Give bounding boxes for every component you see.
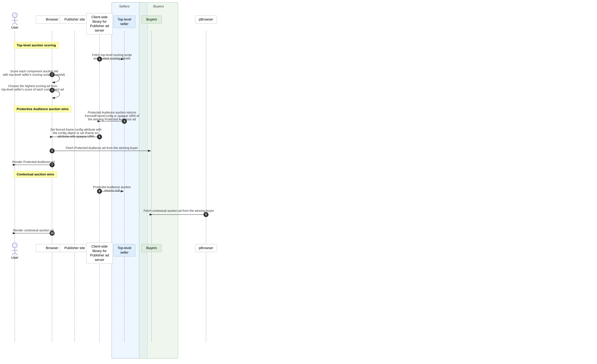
user-actor-top: User: [8, 12, 21, 30]
svg-line-62: [12, 23, 15, 25]
svg-text:Set fenced frame config attrib: Set fenced frame config attribute with: [50, 128, 102, 131]
user-label-bottom: User: [8, 256, 21, 260]
svg-text:2: 2: [51, 73, 53, 76]
svg-point-59: [12, 13, 17, 18]
svg-text:10: 10: [51, 232, 54, 235]
publisher-label-top: Publisher site: [64, 17, 85, 21]
buyers-actor-bottom: Buyers: [141, 244, 162, 252]
section-ctx-wins-label: Contextual auction wins: [17, 173, 54, 176]
svg-point-50: [204, 212, 208, 217]
diagram-container: Sellers Buyers 1 Fetch top-level scoring…: [0, 0, 597, 364]
buyers-actor-top: Buyers: [141, 16, 162, 24]
svg-point-41: [50, 162, 55, 167]
svg-text:Fetch top-level scoring script: Fetch top-level scoring script: [92, 53, 132, 57]
topseller-actor-top: Top-level seller: [113, 16, 135, 28]
clientlib-label-top: Client-side library forPublisher ad serv…: [90, 15, 109, 32]
buyers-label-bottom: Buyers: [146, 246, 157, 250]
svg-point-64: [12, 243, 17, 248]
svg-text:4: 4: [124, 120, 125, 123]
pbrowser-actor-top: pBrowser: [195, 16, 217, 24]
pbrowser-actor-bottom: pBrowser: [195, 244, 217, 252]
svg-text:Choose the highest scoring ad : Choose the highest scoring ad from: [8, 84, 57, 88]
svg-text:Render Protected Audience ad: Render Protected Audience ad: [12, 160, 55, 164]
svg-point-20: [50, 88, 55, 93]
svg-point-45: [97, 189, 102, 194]
svg-text:Render contextual auction ad: Render contextual auction ad: [13, 229, 54, 232]
buyers-label-top: Buyers: [146, 17, 157, 21]
section-top-scoring-label: Top-level auction scoring: [17, 43, 56, 47]
svg-text:Buyers: Buyers: [153, 4, 164, 8]
publisher-actor-top: Publisher site: [60, 16, 89, 24]
browser-label-top: Browser: [46, 17, 58, 21]
svg-rect-0: [112, 2, 147, 358]
svg-point-16: [50, 72, 55, 77]
publisher-actor-bottom: Publisher site: [60, 244, 89, 252]
svg-text:returns null: returns null: [104, 189, 120, 192]
pbrowser-label-bottom: pBrowser: [199, 246, 213, 250]
topseller-label-bottom: Top-level seller: [118, 246, 131, 254]
section-ctx-wins: Contextual auction wins: [14, 171, 57, 178]
svg-text:FencedFrameConfig or opaque UR: FencedFrameConfig or opaque URN of: [85, 114, 139, 118]
svg-text:Protected Audience auction ret: Protected Audience auction returns: [88, 111, 136, 114]
user-actor-bottom: User: [8, 243, 21, 260]
svg-text:1: 1: [99, 57, 100, 61]
browser-label-bottom: Browser: [46, 246, 58, 250]
svg-line-67: [12, 253, 15, 255]
svg-text:7: 7: [51, 163, 53, 166]
section-pa-wins-label: Protective Audience auction wins: [17, 107, 69, 111]
svg-text:Score each component auction b: Score each component auction bid: [10, 70, 58, 73]
svg-text:9: 9: [205, 213, 207, 216]
svg-text:the config object or set ifram: the config object or set iframe src: [53, 131, 99, 135]
svg-text:Sellers: Sellers: [119, 4, 130, 8]
svg-text:top-level seller's score of ea: top-level seller's score of each compone…: [1, 88, 64, 91]
svg-point-54: [50, 231, 55, 236]
svg-line-63: [15, 23, 18, 25]
svg-point-25: [122, 119, 127, 124]
svg-point-31: [97, 134, 102, 139]
arrows-svg: Sellers Buyers 1 Fetch top-level scoring…: [0, 0, 597, 364]
svg-text:Protected Audience auction: Protected Audience auction: [93, 185, 131, 189]
topseller-actor-bottom: Top-level seller: [113, 244, 135, 256]
section-pa-wins: Protective Audience auction wins: [14, 106, 71, 112]
section-top-scoring: Top-level auction scoring: [14, 42, 59, 48]
svg-text:8: 8: [99, 190, 100, 193]
pbrowser-label-top: pBrowser: [199, 17, 213, 21]
svg-text:and trusted scoring signals: and trusted scoring signals: [94, 57, 130, 60]
svg-line-68: [15, 253, 18, 255]
clientlib-label-bottom: Client-side library forPublisher ad serv…: [90, 245, 109, 262]
svg-text:Fetch contextual auction ad fr: Fetch contextual auction ad from the win…: [144, 209, 214, 212]
clientlib-actor-top: Client-side library forPublisher ad serv…: [86, 13, 113, 34]
topseller-label-top: Top-level seller: [118, 17, 131, 26]
svg-point-37: [50, 148, 55, 153]
svg-text:5: 5: [99, 135, 100, 138]
svg-text:3: 3: [51, 89, 53, 92]
svg-text:the winning Protected Audience: the winning Protected Audience ad: [88, 118, 136, 121]
svg-text:Fetch Protected Audience ad fr: Fetch Protected Audience ad from the win…: [66, 146, 138, 150]
user-label-top: User: [8, 25, 21, 30]
svg-text:6: 6: [51, 149, 53, 152]
svg-text:with top-level seller's scorin: with top-level seller's scoring script (…: [3, 73, 65, 76]
publisher-label-bottom: Publisher site: [64, 246, 85, 250]
svg-text:attribute with opaque URN: attribute with opaque URN: [58, 135, 94, 138]
svg-point-12: [97, 57, 102, 62]
clientlib-actor-bottom: Client-side library forPublisher ad serv…: [86, 243, 113, 264]
svg-rect-2: [139, 2, 178, 358]
